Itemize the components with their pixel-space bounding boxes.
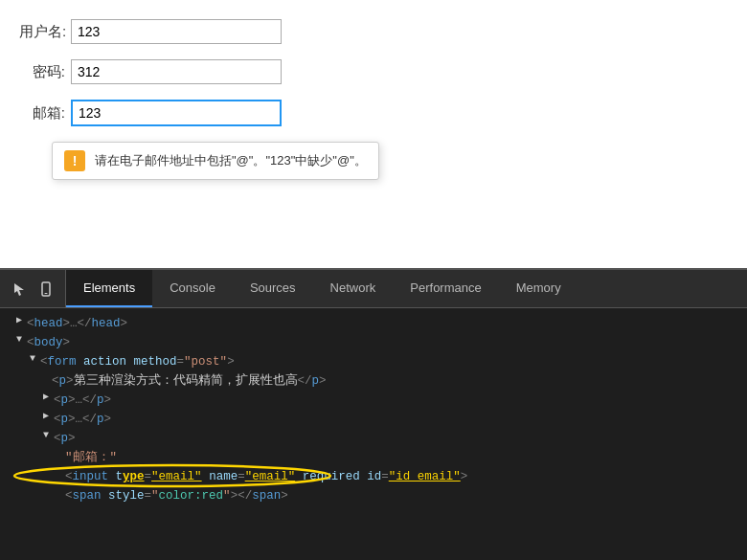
p-email-open[interactable]: ▼ <p> xyxy=(0,429,747,448)
p-collapsed-1[interactable]: ▶ <p>…</p> xyxy=(0,391,747,410)
email-input[interactable] xyxy=(71,100,282,126)
validation-tooltip: ! 请在电子邮件地址中包括"@"。"123"中缺少"@"。 xyxy=(52,142,379,180)
tab-elements[interactable]: Elements xyxy=(66,270,152,307)
password-label: 密码: xyxy=(19,63,65,81)
span-red-line[interactable]: <span style="color:red"></span> xyxy=(0,486,747,505)
devtools-icon-group xyxy=(0,270,66,307)
p1-triangle[interactable]: ▶ xyxy=(40,392,52,403)
email-label: 邮箱: xyxy=(19,104,65,123)
form-open-line[interactable]: ▼ <form action method="post"> xyxy=(0,352,747,371)
username-row: 用户名: xyxy=(19,19,728,44)
email-row: 邮箱: xyxy=(19,100,728,126)
tab-memory[interactable]: Memory xyxy=(499,270,578,307)
p-email-triangle[interactable]: ▼ xyxy=(40,430,52,441)
devtools-code-view: ▶ <head>…</head> ▼ <body> ▼ <form action… xyxy=(0,308,747,560)
tab-console[interactable]: Console xyxy=(152,270,233,307)
devtools-tabs: Elements Console Sources Network Perform… xyxy=(66,270,747,307)
body-triangle[interactable]: ▼ xyxy=(13,334,25,346)
form-area: 用户名: 密码: 邮箱: ! 请在电子邮件地址中包括"@"。"123"中缺少"@… xyxy=(0,0,747,151)
devtools-toolbar: Elements Console Sources Network Perform… xyxy=(0,270,747,308)
devtools-panel: Elements Console Sources Network Perform… xyxy=(0,268,747,560)
form-triangle[interactable]: ▼ xyxy=(27,353,38,365)
username-label: 用户名: xyxy=(19,23,65,41)
p-collapsed-2[interactable]: ▶ <p>…</p> xyxy=(0,410,747,429)
p-text-line[interactable]: <p>第三种渲染方式：代码精简，扩展性也高</p> xyxy=(0,371,747,391)
tab-sources[interactable]: Sources xyxy=(233,270,313,307)
warning-icon: ! xyxy=(64,150,85,171)
password-row: 密码: xyxy=(19,59,728,84)
body-open-line[interactable]: ▼ <body> xyxy=(0,333,747,352)
email-text-line[interactable]: "邮箱：" xyxy=(0,448,747,467)
mobile-icon[interactable] xyxy=(34,278,57,301)
cursor-icon[interactable] xyxy=(8,278,31,301)
svg-rect-1 xyxy=(45,293,48,294)
tooltip-message: 请在电子邮件地址中包括"@"。"123"中缺少"@"。 xyxy=(95,152,367,169)
tab-performance[interactable]: Performance xyxy=(393,270,498,307)
input-email-line[interactable]: <input type="email" name="email" require… xyxy=(0,467,747,486)
head-line[interactable]: ▶ <head>…</head> xyxy=(0,314,747,333)
username-input[interactable] xyxy=(71,19,282,44)
tab-network[interactable]: Network xyxy=(313,270,394,307)
head-triangle[interactable]: ▶ xyxy=(13,315,25,326)
p2-triangle[interactable]: ▶ xyxy=(40,411,52,422)
password-input[interactable] xyxy=(71,59,282,84)
